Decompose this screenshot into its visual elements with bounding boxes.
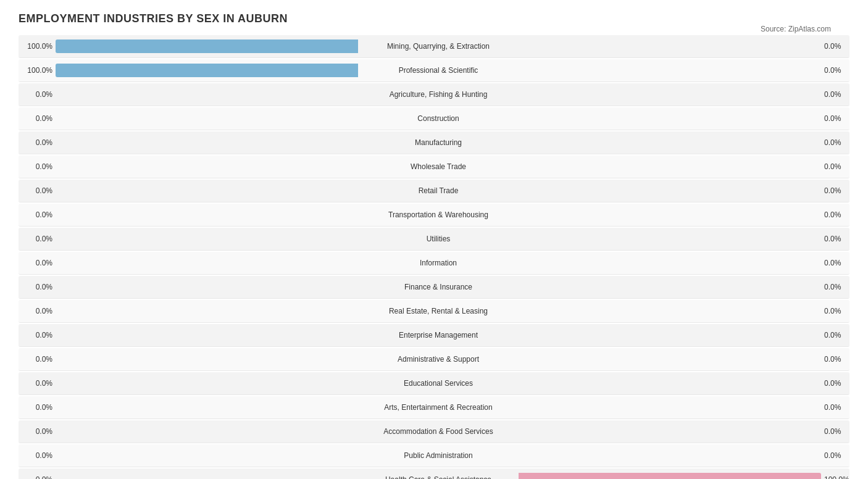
- male-value: 0.0%: [19, 114, 56, 123]
- chart-row: 0.0% Retail Trade 0.0%: [19, 180, 849, 202]
- male-value: 0.0%: [19, 379, 56, 388]
- industry-label: Public Administration: [358, 451, 519, 460]
- chart-title: EMPLOYMENT INDUSTRIES BY SEX IN AUBURN: [19, 12, 849, 25]
- male-bar-area: [56, 208, 358, 222]
- industry-label: Arts, Entertainment & Recreation: [358, 403, 519, 412]
- male-bar-area: [56, 88, 358, 101]
- industry-label: Real Estate, Rental & Leasing: [358, 307, 519, 315]
- male-bar-area: [56, 377, 358, 390]
- female-bar-area: [519, 112, 821, 125]
- chart-row: 0.0% Arts, Entertainment & Recreation 0.…: [19, 396, 849, 419]
- male-value: 0.0%: [19, 90, 56, 99]
- male-bar-area: [56, 401, 358, 414]
- male-value: 0.0%: [19, 235, 56, 243]
- male-value: 0.0%: [19, 307, 56, 315]
- chart-row: 0.0% Accommodation & Food Services 0.0%: [19, 420, 849, 443]
- industry-label: Finance & Insurance: [358, 283, 519, 291]
- female-value: 0.0%: [821, 427, 858, 436]
- male-bar-area: [56, 64, 358, 77]
- male-value: 0.0%: [19, 331, 56, 339]
- male-bar-area: [56, 280, 358, 294]
- source-label: Source: ZipAtlas.com: [761, 25, 831, 33]
- chart-container: 100.0% Mining, Quarrying, & Extraction 0…: [19, 35, 849, 479]
- female-value: 0.0%: [821, 42, 858, 51]
- male-bar-area: [56, 304, 358, 318]
- male-bar-area: [56, 449, 358, 462]
- male-value: 0.0%: [19, 186, 56, 195]
- male-bar-area: [56, 425, 358, 438]
- male-bar-area: [56, 328, 358, 342]
- female-value: 0.0%: [821, 90, 858, 99]
- female-bar-area: [519, 64, 821, 77]
- female-value: 0.0%: [821, 114, 858, 123]
- industry-label: Professional & Scientific: [358, 66, 519, 75]
- industry-label: Construction: [358, 114, 519, 123]
- female-bar: [519, 473, 821, 479]
- industry-label: Administrative & Support: [358, 355, 519, 364]
- female-bar-area: [519, 425, 821, 438]
- industry-label: Agriculture, Fishing & Hunting: [358, 90, 519, 99]
- male-value: 0.0%: [19, 259, 56, 267]
- chart-row: 100.0% Mining, Quarrying, & Extraction 0…: [19, 35, 849, 58]
- female-value: 0.0%: [821, 307, 858, 315]
- female-value: 0.0%: [821, 355, 858, 364]
- female-bar-area: [519, 40, 821, 53]
- female-bar-area: [519, 352, 821, 366]
- industry-label: Retail Trade: [358, 186, 519, 195]
- male-value: 100.0%: [19, 42, 56, 51]
- male-bar-area: [56, 232, 358, 246]
- female-bar-area: [519, 88, 821, 101]
- chart-row: 100.0% Professional & Scientific 0.0%: [19, 59, 849, 82]
- female-bar-area: [519, 160, 821, 173]
- female-bar-area: [519, 473, 821, 479]
- female-bar-area: [519, 377, 821, 390]
- male-value: 0.0%: [19, 283, 56, 291]
- chart-row: 0.0% Wholesale Trade 0.0%: [19, 156, 849, 178]
- male-bar-area: [56, 40, 358, 53]
- female-value: 0.0%: [821, 403, 858, 412]
- male-bar-area: [56, 112, 358, 125]
- female-value: 0.0%: [821, 210, 858, 219]
- female-bar-area: [519, 256, 821, 270]
- female-value: 0.0%: [821, 138, 858, 147]
- industry-label: Accommodation & Food Services: [358, 427, 519, 436]
- female-bar-area: [519, 208, 821, 222]
- female-value: 0.0%: [821, 379, 858, 388]
- female-value: 0.0%: [821, 186, 858, 195]
- male-value: 0.0%: [19, 162, 56, 171]
- male-bar: [56, 64, 358, 77]
- industry-label: Enterprise Management: [358, 331, 519, 339]
- female-value: 0.0%: [821, 331, 858, 339]
- female-bar-area: [519, 136, 821, 149]
- industry-label: Educational Services: [358, 379, 519, 388]
- chart-row: 0.0% Educational Services 0.0%: [19, 372, 849, 395]
- female-value: 0.0%: [821, 259, 858, 267]
- chart-row: 0.0% Agriculture, Fishing & Hunting 0.0%: [19, 83, 849, 106]
- chart-row: 0.0% Administrative & Support 0.0%: [19, 348, 849, 371]
- industry-label: Manufacturing: [358, 138, 519, 147]
- male-value: 0.0%: [19, 427, 56, 436]
- female-value: 0.0%: [821, 235, 858, 243]
- chart-row: 0.0% Enterprise Management 0.0%: [19, 324, 849, 347]
- male-value: 100.0%: [19, 66, 56, 75]
- male-value: 0.0%: [19, 210, 56, 219]
- industry-label: Mining, Quarrying, & Extraction: [358, 42, 519, 51]
- female-bar-area: [519, 304, 821, 318]
- chart-row: 0.0% Real Estate, Rental & Leasing 0.0%: [19, 300, 849, 323]
- chart-row: 0.0% Public Administration 0.0%: [19, 444, 849, 467]
- chart-row: 0.0% Construction 0.0%: [19, 107, 849, 130]
- male-value: 0.0%: [19, 451, 56, 460]
- male-bar-area: [56, 160, 358, 173]
- industry-label: Utilities: [358, 235, 519, 243]
- female-bar-area: [519, 232, 821, 246]
- female-value: 0.0%: [821, 283, 858, 291]
- female-bar-area: [519, 328, 821, 342]
- female-bar-area: [519, 280, 821, 294]
- male-bar-area: [56, 352, 358, 366]
- industry-label: Health Care & Social Assistance: [358, 475, 519, 479]
- male-bar-area: [56, 184, 358, 198]
- female-value: 0.0%: [821, 66, 858, 75]
- industry-label: Transportation & Warehousing: [358, 210, 519, 219]
- chart-row: 0.0% Finance & Insurance 0.0%: [19, 276, 849, 299]
- chart-row: 0.0% Manufacturing 0.0%: [19, 131, 849, 154]
